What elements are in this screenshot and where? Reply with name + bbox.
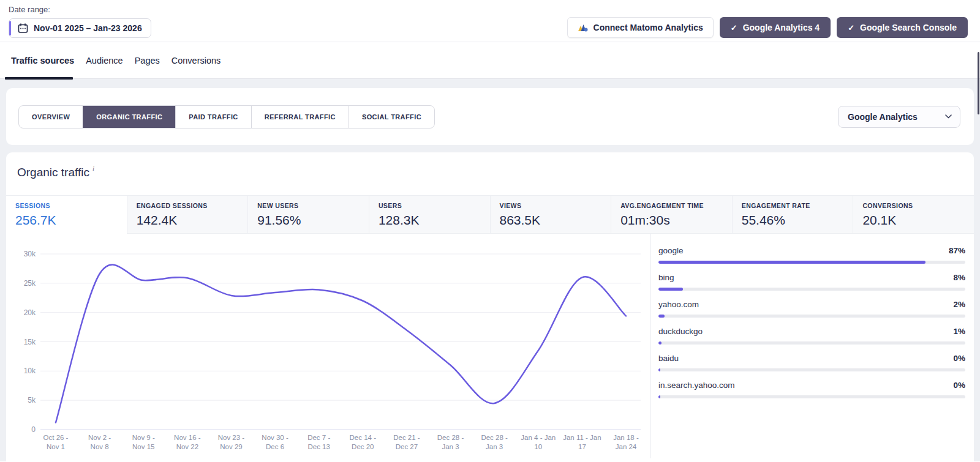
date-range-value: Nov-01 2025 – Jan-23 2026 <box>34 23 142 33</box>
metric-value: 128.3K <box>379 213 490 228</box>
metric-value: 20.1K <box>862 213 974 228</box>
tab-conversions[interactable]: Conversions <box>172 56 221 65</box>
metric-value: 01m:30s <box>620 213 732 228</box>
svg-text:Dec 28 -Jan 3: Dec 28 -Jan 3 <box>437 434 464 450</box>
filter-tab-referral-traffic[interactable]: REFERRAL TRAFFIC <box>251 106 349 128</box>
analytics-source-select[interactable]: Google Analytics <box>838 106 960 128</box>
source-row-yahoo-com[interactable]: yahoo.com2% <box>658 300 965 318</box>
source-share: 1% <box>953 327 965 336</box>
top-bar: Date range: Nov-01 2025 – Jan-23 2026 <box>0 0 980 42</box>
connect-matomo-label: Connect Matomo Analytics <box>594 23 703 32</box>
source-bar-fill <box>658 395 660 398</box>
metric-label: VIEWS <box>500 202 611 209</box>
date-range-picker[interactable]: Nov-01 2025 – Jan-23 2026 <box>9 18 151 38</box>
svg-text:Nov 2 -Nov 8: Nov 2 -Nov 8 <box>88 434 111 450</box>
metric-card-engagement-rate[interactable]: ENGAGEMENT RATE55.46% <box>732 196 853 234</box>
source-bar-track <box>658 368 965 371</box>
svg-text:Jan 18 -Jan 24: Jan 18 -Jan 24 <box>613 434 639 450</box>
metric-card-new-users[interactable]: NEW USERS91.56% <box>247 196 369 234</box>
metric-label: ENGAGEMENT RATE <box>742 202 853 209</box>
google-analytics-4-button[interactable]: ✓ Google Analytics 4 <box>720 17 831 38</box>
metric-label: CONVERSIONS <box>862 202 974 209</box>
matomo-icon <box>578 24 588 32</box>
svg-text:Dec 28 -Jan 3: Dec 28 -Jan 3 <box>481 434 508 450</box>
page-content: OVERVIEWORGANIC TRAFFICPAID TRAFFICREFER… <box>0 79 980 461</box>
chart-area: 05k10k15k20k25k30kOct 26 -Nov 1Nov 2 -No… <box>6 234 650 458</box>
source-bar-track <box>658 315 965 318</box>
metric-card-engaged-sessions[interactable]: ENGAGED SESSIONS142.4K <box>127 196 248 234</box>
tab-pages[interactable]: Pages <box>135 56 160 65</box>
date-range-label: Date range: <box>9 5 151 14</box>
source-share: 2% <box>953 300 965 309</box>
filter-tab-overview[interactable]: OVERVIEW <box>19 106 83 128</box>
source-name: duckduckgo <box>658 327 703 336</box>
svg-text:Nov 9 -Nov 15: Nov 9 -Nov 15 <box>132 434 155 450</box>
google-search-console-label: Google Search Console <box>860 23 957 32</box>
svg-text:Oct 26 -Nov 1: Oct 26 -Nov 1 <box>43 434 69 450</box>
svg-text:Jan 11 - Jan17: Jan 11 - Jan17 <box>563 434 601 450</box>
svg-text:Jan 4 - Jan10: Jan 4 - Jan10 <box>521 434 556 450</box>
metric-value: 55.46% <box>742 213 853 228</box>
scrollbar-thumb[interactable] <box>978 52 979 114</box>
google-analytics-4-label: Google Analytics 4 <box>743 23 820 32</box>
traffic-filter-card: OVERVIEWORGANIC TRAFFICPAID TRAFFICREFER… <box>6 88 974 145</box>
source-bar-fill <box>658 288 683 291</box>
chevron-down-icon <box>945 114 952 119</box>
source-share: 87% <box>949 246 965 255</box>
metric-card-avg-engagement-time[interactable]: AVG.ENGAGEMENT TIME01m:30s <box>611 196 732 234</box>
svg-text:Dec 21 -Dec 27: Dec 21 -Dec 27 <box>393 434 420 450</box>
metric-value: 256.7K <box>15 213 127 228</box>
svg-text:15k: 15k <box>24 338 36 346</box>
source-row-duckduckgo[interactable]: duckduckgo1% <box>658 327 965 345</box>
source-name: yahoo.com <box>658 300 699 309</box>
metric-card-views[interactable]: VIEWS863.5K <box>490 196 611 234</box>
traffic-type-segmented-control: OVERVIEWORGANIC TRAFFICPAID TRAFFICREFER… <box>18 105 435 129</box>
tab-audience[interactable]: Audience <box>86 56 123 65</box>
source-name: google <box>658 246 684 255</box>
svg-text:30k: 30k <box>24 250 36 258</box>
section-title: Organic traffic <box>17 166 89 179</box>
filter-tab-organic-traffic[interactable]: ORGANIC TRAFFIC <box>83 106 175 128</box>
metrics-row: SESSIONS256.7KENGAGED SESSIONS142.4KNEW … <box>6 195 974 234</box>
source-row-in-search-yahoo-com[interactable]: in.search.yahoo.com0% <box>658 381 965 398</box>
tab-traffic-sources[interactable]: Traffic sources <box>11 56 74 65</box>
metric-card-conversions[interactable]: CONVERSIONS20.1K <box>853 196 974 234</box>
svg-text:10k: 10k <box>24 367 36 375</box>
source-name: bing <box>658 273 674 282</box>
google-search-console-button[interactable]: ✓ Google Search Console <box>837 17 968 38</box>
source-name: in.search.yahoo.com <box>658 381 735 390</box>
svg-text:Nov 23 -Nov 29: Nov 23 -Nov 29 <box>218 434 245 450</box>
sessions-line-chart[interactable]: 05k10k15k20k25k30kOct 26 -Nov 1Nov 2 -No… <box>18 242 649 456</box>
main-tab-bar: Traffic sources Audience Pages Conversio… <box>0 42 980 79</box>
svg-text:0: 0 <box>31 425 36 434</box>
svg-text:Nov 30 -Dec 6: Nov 30 -Dec 6 <box>262 434 288 450</box>
source-row-bing[interactable]: bing8% <box>658 273 965 291</box>
top-buttons: Connect Matomo Analytics ✓ Google Analyt… <box>567 5 968 38</box>
metric-card-users[interactable]: USERS128.3K <box>369 196 490 234</box>
filter-tab-paid-traffic[interactable]: PAID TRAFFIC <box>175 106 251 128</box>
source-bar-fill <box>658 341 662 345</box>
connect-matomo-button[interactable]: Connect Matomo Analytics <box>567 17 714 38</box>
active-tab-underline <box>5 77 73 80</box>
metric-card-sessions[interactable]: SESSIONS256.7K <box>6 196 127 234</box>
filter-tab-social-traffic[interactable]: SOCIAL TRAFFIC <box>349 106 434 128</box>
metric-value: 142.4K <box>137 213 248 228</box>
search-engines-panel: google87%bing8%yahoo.com2%duckduckgo1%ba… <box>650 234 974 458</box>
svg-text:Dec 14 -Dec 20: Dec 14 -Dec 20 <box>350 434 377 450</box>
source-bar-track <box>658 395 965 398</box>
check-icon: ✓ <box>848 23 854 32</box>
metric-label: SESSIONS <box>15 202 127 209</box>
source-bar-fill <box>658 261 925 264</box>
source-bar-track <box>658 288 965 291</box>
source-row-google[interactable]: google87% <box>658 246 965 264</box>
source-bar-track <box>658 341 965 345</box>
info-icon[interactable]: i <box>92 165 94 172</box>
source-share: 0% <box>953 381 965 390</box>
source-row-baidu[interactable]: baidu0% <box>658 354 965 371</box>
svg-text:20k: 20k <box>24 308 36 317</box>
source-name: baidu <box>658 354 679 363</box>
calendar-icon <box>18 23 28 34</box>
svg-text:25k: 25k <box>24 279 36 288</box>
svg-text:5k: 5k <box>28 396 36 404</box>
metric-value: 863.5K <box>500 213 611 228</box>
